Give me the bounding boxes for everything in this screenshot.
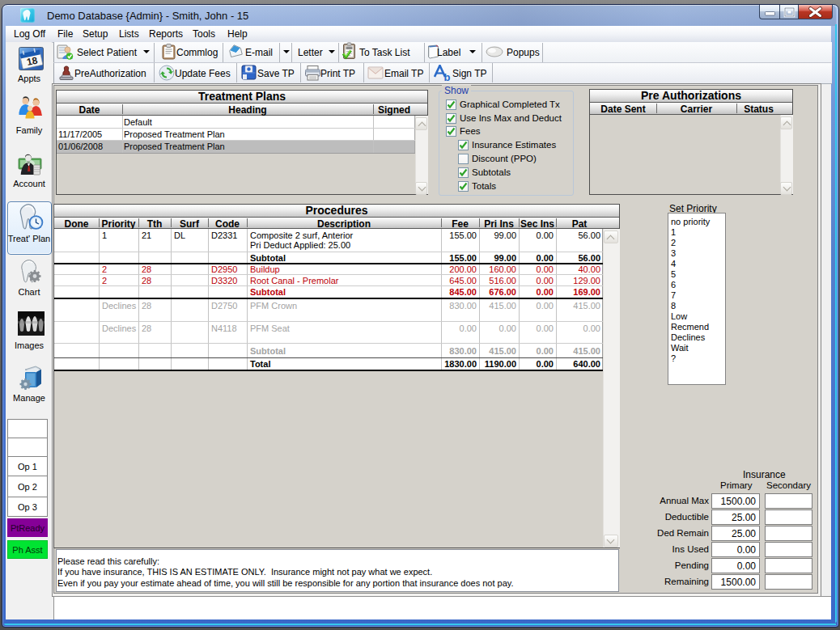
svg-text:b: b	[444, 71, 451, 82]
